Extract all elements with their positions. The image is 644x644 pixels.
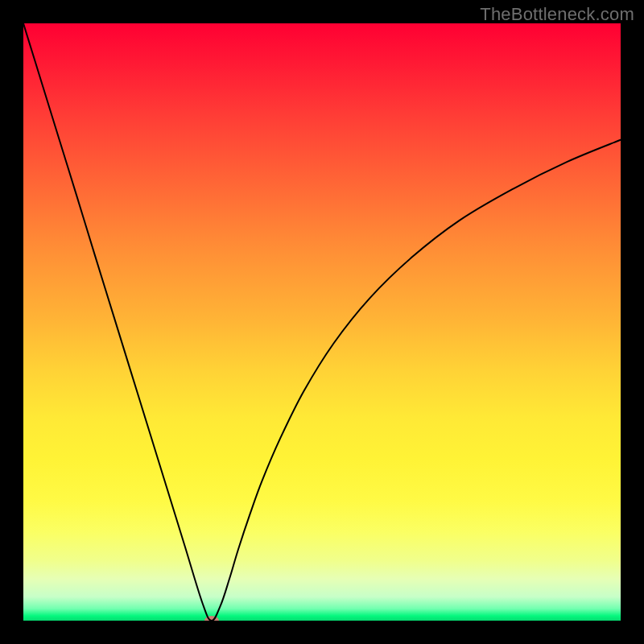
bottleneck-curve [23,23,621,621]
plot-area [23,23,621,621]
chart-frame: TheBottleneck.com [0,0,644,644]
watermark-text: TheBottleneck.com [480,4,634,25]
